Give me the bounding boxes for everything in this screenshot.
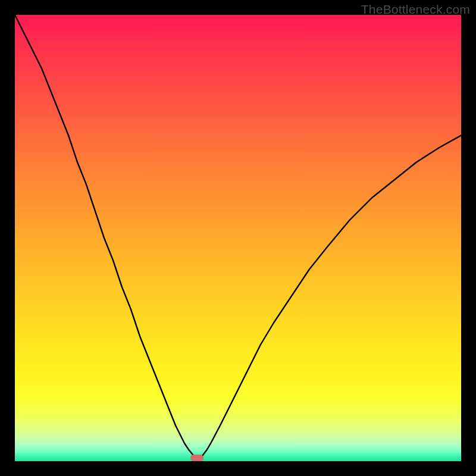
watermark-text: TheBottleneck.com [361, 2, 470, 17]
minimum-marker [190, 455, 203, 461]
chart-frame: TheBottleneck.com [0, 0, 476, 476]
plot-area [15, 15, 461, 461]
bottleneck-curve [15, 15, 461, 461]
